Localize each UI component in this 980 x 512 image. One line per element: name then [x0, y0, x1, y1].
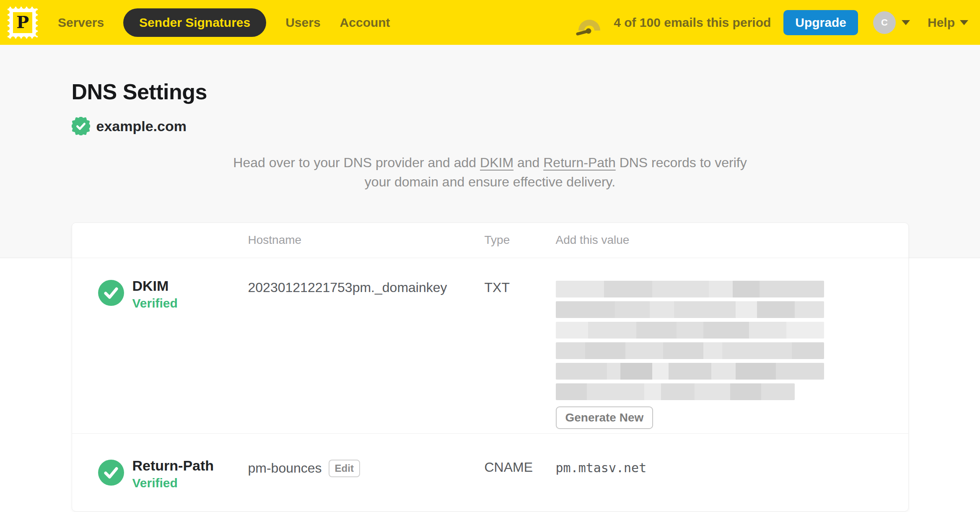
table-row-return-path: Return-Path Verified pm-bounces Edit CNA…	[72, 434, 908, 511]
record-name: DKIM	[132, 277, 178, 295]
intro-part2: and	[513, 155, 543, 170]
record-name-cell: Return-Path Verified	[72, 457, 248, 490]
redacted-value-bar	[556, 342, 824, 359]
usage-counter: 4 of 100 emails this period	[614, 16, 771, 30]
domain-name: example.com	[96, 118, 187, 134]
status-badge: Verified	[132, 476, 214, 490]
cname-value: pm.mtasv.net	[556, 460, 647, 475]
table-row-dkim: DKIM Verified 20230121221753pm._domainke…	[72, 258, 908, 434]
account-menu[interactable]: C	[873, 11, 910, 34]
verified-seal-icon	[72, 117, 90, 135]
avatar[interactable]: C	[873, 11, 896, 34]
value-cell: pm.mtasv.net	[556, 457, 908, 475]
upgrade-button[interactable]: Upgrade	[783, 10, 858, 35]
redacted-value-bar	[556, 363, 824, 380]
dkim-link[interactable]: DKIM	[480, 155, 513, 170]
main-navigation: Servers Sender Signatures Users Account	[58, 8, 390, 37]
usage-gauge-icon	[576, 14, 603, 36]
return-path-link[interactable]: Return-Path	[543, 155, 616, 170]
nav-item-account[interactable]: Account	[340, 16, 390, 30]
hostname-value: pm-bounces	[248, 460, 322, 476]
nav-item-sender-signatures[interactable]: Sender Signatures	[123, 8, 266, 37]
table-header: Hostname Type Add this value	[72, 223, 908, 258]
hostname-cell: 20230121221753pm._domainkey	[248, 277, 485, 295]
chevron-down-icon	[960, 20, 968, 25]
nav-item-users[interactable]: Users	[285, 16, 320, 30]
generate-new-button[interactable]: Generate New	[556, 406, 653, 429]
top-navbar: P Servers Sender Signatures Users Accoun…	[0, 0, 980, 45]
record-name: Return-Path	[132, 457, 214, 474]
navbar-right-group: 4 of 100 emails this period Upgrade C He…	[576, 10, 968, 36]
verified-check-icon	[98, 280, 124, 306]
verified-check-icon	[98, 460, 124, 486]
help-label: Help	[928, 16, 955, 30]
chevron-down-icon	[902, 20, 910, 25]
logo-letter: P	[16, 12, 29, 32]
column-header-type: Type	[485, 233, 556, 247]
record-name-stack: DKIM Verified	[132, 277, 178, 310]
value-cell: Generate New	[556, 277, 908, 429]
nav-item-servers[interactable]: Servers	[58, 16, 104, 30]
status-badge: Verified	[132, 296, 178, 310]
type-cell: CNAME	[485, 457, 556, 475]
redacted-value-bar	[556, 281, 824, 297]
postmark-logo-icon[interactable]: P	[7, 6, 39, 39]
hostname-cell: pm-bounces Edit	[248, 457, 485, 477]
column-header-value: Add this value	[556, 233, 908, 247]
dns-records-card: Hostname Type Add this value DKIM Verifi…	[72, 222, 909, 512]
column-header-hostname: Hostname	[248, 233, 485, 247]
intro-part1: Head over to your DNS provider and add	[233, 155, 480, 170]
hostname-value: 20230121221753pm._domainkey	[248, 280, 447, 295]
redacted-value-bar	[556, 301, 824, 318]
record-name-cell: DKIM Verified	[72, 277, 248, 310]
type-cell: TXT	[485, 277, 556, 295]
intro-text: Head over to your DNS provider and add D…	[226, 153, 754, 192]
edit-button[interactable]: Edit	[329, 460, 360, 477]
help-menu[interactable]: Help	[928, 16, 968, 30]
redacted-value-bar	[556, 322, 824, 339]
redacted-value-bar	[556, 383, 795, 400]
record-name-stack: Return-Path Verified	[132, 457, 214, 490]
page-title: DNS Settings	[72, 79, 909, 104]
domain-row: example.com	[72, 117, 909, 135]
